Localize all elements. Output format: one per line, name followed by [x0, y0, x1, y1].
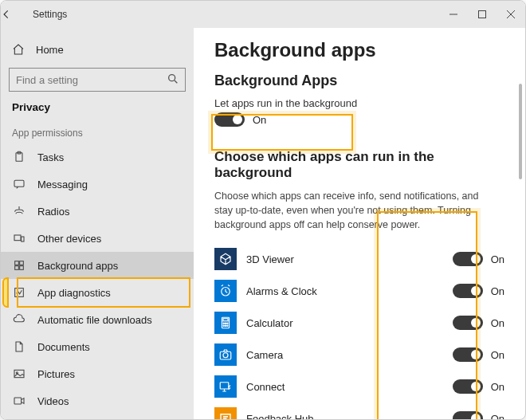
search-input[interactable]: [9, 68, 186, 92]
app-row-connect: Connect On: [214, 371, 504, 402]
app-toggle[interactable]: On: [453, 379, 504, 394]
search-box[interactable]: [9, 68, 186, 92]
diagnostics-icon: [12, 285, 26, 300]
app-toggle[interactable]: On: [453, 252, 504, 266]
scrollbar[interactable]: [519, 84, 522, 179]
svg-rect-13: [14, 370, 24, 377]
master-toggle-label: Let apps run in the background: [214, 97, 504, 109]
close-button[interactable]: [497, 1, 525, 28]
sidebar-item-label: Videos: [37, 395, 183, 407]
sidebar-item-messaging[interactable]: Messaging: [1, 171, 194, 198]
sidebar-item-tasks[interactable]: Tasks: [1, 143, 194, 171]
app-icon: [214, 280, 237, 302]
sidebar-section-label: App permissions: [1, 128, 194, 139]
app-row-camera: Camera On: [214, 339, 504, 371]
page-title: Background apps: [214, 39, 504, 61]
app-name-label: Camera: [246, 349, 443, 361]
svg-point-21: [227, 324, 228, 324]
app-row-alarms-clock: Alarms & Clock On: [214, 275, 504, 307]
app-icon: [214, 248, 237, 270]
svg-point-19: [223, 324, 224, 324]
sidebar-item-other-devices[interactable]: Other devices: [1, 225, 194, 252]
message-icon: [12, 177, 26, 191]
cloud-download-icon: [12, 312, 26, 327]
toggle-switch-icon: [453, 379, 483, 394]
app-icon: [214, 343, 237, 366]
clipboard-icon: [12, 150, 26, 164]
sidebar-item-label: Tasks: [37, 151, 183, 163]
settings-window: Settings Home: [0, 0, 526, 420]
sidebar: Home Privacy App permissions Tasks: [1, 28, 194, 419]
document-icon: [12, 340, 26, 354]
app-icon: [214, 407, 237, 419]
sidebar-category: Privacy: [1, 101, 194, 113]
svg-rect-6: [14, 235, 21, 241]
sidebar-item-documents[interactable]: Documents: [1, 333, 194, 360]
svg-rect-5: [14, 180, 24, 186]
titlebar: Settings: [1, 1, 525, 28]
svg-rect-7: [22, 237, 24, 241]
app-name-label: Connect: [246, 381, 443, 393]
sidebar-item-background-apps[interactable]: Background apps: [1, 252, 194, 279]
sidebar-item-label: App diagnostics: [37, 287, 183, 299]
svg-rect-9: [20, 261, 24, 265]
toggle-switch-icon: [453, 284, 483, 298]
app-toggle[interactable]: On: [453, 284, 504, 298]
svg-rect-11: [20, 266, 24, 270]
picture-icon: [12, 367, 26, 381]
sidebar-item-label: Other devices: [37, 233, 183, 245]
app-toggle-state: On: [491, 253, 504, 265]
svg-rect-18: [223, 319, 228, 321]
toggle-switch-icon: [453, 411, 483, 419]
app-toggle-state: On: [491, 381, 504, 393]
sidebar-item-label: Automatic file downloads: [37, 314, 183, 326]
video-icon: [12, 394, 26, 408]
app-toggle[interactable]: On: [453, 347, 504, 362]
app-toggle[interactable]: On: [453, 316, 504, 330]
app-toggle-state: On: [491, 317, 504, 329]
minimize-button[interactable]: [439, 1, 468, 28]
sidebar-item-label: Radios: [37, 206, 183, 218]
app-name-label: Calculator: [246, 317, 443, 329]
svg-point-20: [225, 324, 226, 324]
search-icon: [167, 73, 179, 85]
sidebar-item-videos[interactable]: Videos: [1, 387, 194, 414]
window-title: Settings: [33, 9, 67, 20]
app-icon: [214, 312, 237, 334]
sidebar-item-pictures[interactable]: Pictures: [1, 360, 194, 387]
app-name-label: Alarms & Clock: [246, 285, 443, 297]
app-row-calculator: Calculator On: [214, 307, 504, 339]
svg-rect-27: [220, 383, 229, 389]
section-subtitle: Background Apps: [214, 73, 504, 89]
svg-rect-10: [15, 266, 19, 270]
sidebar-item-automatic-file-downloads[interactable]: Automatic file downloads: [1, 306, 194, 333]
app-toggle-state: On: [491, 413, 504, 419]
app-name-label: Feedback Hub: [246, 413, 443, 419]
devices-icon: [12, 231, 26, 245]
back-button[interactable]: [1, 9, 33, 20]
content-pane: Background apps Background Apps Let apps…: [194, 28, 525, 419]
maximize-button[interactable]: [468, 1, 497, 28]
app-row-3d-viewer: 3D Viewer On: [214, 243, 504, 275]
home-icon: [12, 43, 25, 56]
toggle-switch-icon: [214, 112, 245, 127]
background-apps-icon: [12, 258, 26, 273]
app-icon: [214, 375, 237, 398]
sidebar-item-app-diagnostics[interactable]: App diagnostics: [1, 279, 194, 306]
svg-point-24: [227, 326, 228, 327]
app-toggle[interactable]: On: [453, 411, 504, 419]
sidebar-item-radios[interactable]: Radios: [1, 198, 194, 225]
sidebar-home[interactable]: Home: [1, 36, 194, 63]
app-toggle-state: On: [491, 349, 504, 361]
app-row-feedback-hub: Feedback Hub On: [214, 402, 504, 419]
sidebar-item-label: Documents: [37, 341, 183, 353]
svg-rect-15: [14, 398, 22, 404]
svg-rect-8: [15, 261, 19, 265]
toggle-switch-icon: [453, 316, 483, 330]
sidebar-item-label: Messaging: [37, 179, 183, 190]
svg-point-2: [169, 75, 175, 81]
sidebar-item-label: Pictures: [37, 368, 183, 380]
master-toggle-state: On: [253, 114, 266, 126]
app-name-label: 3D Viewer: [246, 253, 443, 265]
master-toggle[interactable]: On: [214, 112, 266, 127]
